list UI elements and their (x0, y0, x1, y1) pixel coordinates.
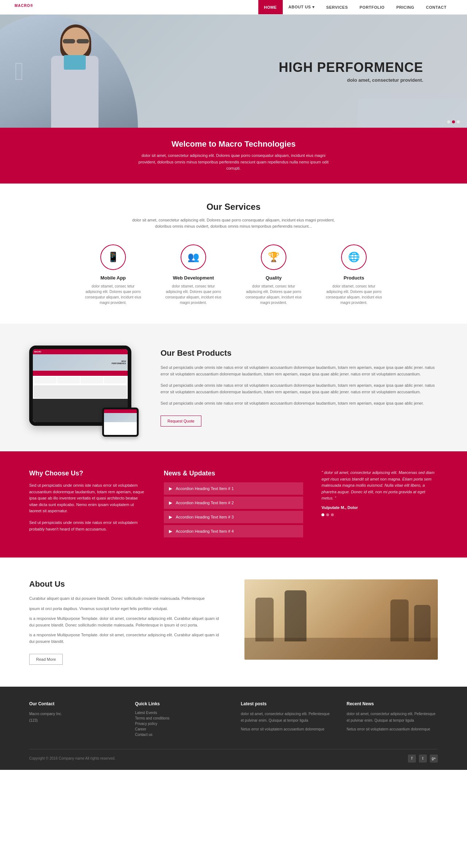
nav-pricing[interactable]: PRICING (390, 0, 420, 14)
tablet-hero: HIGHPERFORMENCE (33, 354, 128, 371)
footer-latest-title: Latest posts (241, 701, 332, 706)
small-tablet-body (104, 422, 137, 435)
accordion-arrow-1: ▶ (169, 486, 172, 491)
why-news-section: Why Choose Us? Sed ut perspiciatis unde … (0, 451, 467, 558)
twitter-icon[interactable]: t (419, 755, 427, 763)
service-products-title: Products (325, 275, 383, 281)
nav-about[interactable]: ABOUT US ▾ (283, 0, 321, 14)
service-web-dev: 👥 Web Development dolor sttamet, consec … (164, 244, 223, 305)
tablet-welcome (33, 371, 128, 376)
product-info: Our Best Products Sed ut perspiciatis un… (161, 348, 438, 427)
hero-title: HIGH PERFORMENCE (279, 60, 423, 75)
service-mobile-app-title: Mobile App (84, 275, 142, 281)
footer-link-terms[interactable]: Terms and conditions (135, 716, 226, 720)
accordion-item-2[interactable]: ▶ Accordion Heading Text Item # 2 (164, 497, 304, 509)
hero-dot-2[interactable] (452, 120, 455, 123)
footer-grid: Our Contact Macro company Inc. (123) Qui… (29, 701, 438, 738)
nav-contact[interactable]: CONTACT (420, 0, 452, 14)
footer-recent-col: Recent News dolor sit amet, consectetur … (347, 701, 438, 738)
footer-link-events[interactable]: Latest Events (135, 711, 226, 715)
about-title: About Us (29, 579, 223, 589)
tablet-logo: MACRO (34, 351, 41, 353)
why-para-1: Sed ut perspiciatis unde omnis iste natu… (29, 482, 146, 514)
tablet-product (34, 385, 127, 398)
footer-social: f t g+ (408, 755, 438, 763)
nav-home[interactable]: HOME (258, 0, 283, 14)
product-para-1: Sed ut perspiciatis unde omnis iste natu… (161, 364, 438, 377)
footer: Our Contact Macro company Inc. (123) Qui… (0, 687, 467, 770)
hero-dot-1[interactable] (447, 120, 450, 123)
hero-image-area:  (0, 15, 153, 128)
about-image-column (244, 579, 438, 660)
tablet-s4 (104, 377, 127, 383)
footer-recent-2: Netus error sit voluptatem accusantium d… (347, 726, 438, 733)
hero-dot-3[interactable] (457, 120, 460, 123)
service-quality-desc: dolor sttamet, consec tetur adipiscing e… (244, 283, 303, 305)
accordion-item-1[interactable]: ▶ Accordion Heading Text Item # 1 (164, 482, 304, 495)
footer-copyright: Copyright © 2016 Company name All rights… (29, 756, 115, 760)
site-logo: MACRO® (15, 3, 258, 12)
service-quality-title: Quality (244, 275, 303, 281)
about-text-column: About Us Curabitur aliquet quam id dui p… (29, 579, 223, 665)
read-more-button[interactable]: Read More (29, 654, 63, 665)
product-para-2: Sed ut perspiciatis unde omnis iste natu… (161, 382, 438, 395)
request-quote-button[interactable]: Request Quote (161, 416, 201, 427)
footer-bottom: Copyright © 2016 Company name All rights… (29, 749, 438, 763)
about-para-2: ipsum id orci porta dapibus. Vivamus sus… (29, 606, 223, 612)
footer-link-career[interactable]: Career (135, 727, 226, 731)
why-choose-column: Why Choose Us? Sed ut perspiciatis unde … (29, 470, 146, 537)
products-section: MACRO HIGHPERFORMENCE (0, 324, 467, 451)
accordion-item-4[interactable]: ▶ Accordion Heading Text Item # 4 (164, 525, 304, 537)
person-1 (255, 598, 274, 641)
footer-recent-title: Recent News (347, 701, 438, 706)
accordion-arrow-3: ▶ (169, 514, 172, 520)
about-para-4: is a responsive Multipurpose Template. d… (29, 632, 223, 645)
welcome-text: dolor sit amet, consectetur adipiscing e… (135, 153, 332, 172)
nav-portfolio[interactable]: PORTFOLIO (354, 0, 391, 14)
about-para-3: is a responsive Multipurpose Template. d… (29, 616, 223, 628)
service-mobile-app-desc: dolor sttamet, consec tetur adipiscing e… (84, 283, 142, 305)
hero-section:  HIGH PERFORMENCE dolo amet, consectetu… (0, 15, 467, 128)
person-4 (414, 605, 431, 641)
services-title: Our Services (29, 202, 438, 212)
t-dot-2[interactable] (326, 513, 329, 516)
about-para-1: Curabitur aliquet quam id dui posuere bl… (29, 595, 223, 602)
why-title: Why Choose Us? (29, 470, 146, 477)
footer-link-privacy[interactable]: Privacy policy (135, 722, 226, 726)
accordion-label-4: Accordion Heading Text Item # 4 (176, 529, 234, 533)
hero-dots (447, 120, 460, 123)
services-section: Our Services dolor sit amet, consectetur… (0, 184, 467, 324)
tablet-s3 (81, 377, 103, 383)
accordion-item-3[interactable]: ▶ Accordion Heading Text Item # 3 (164, 511, 304, 523)
product-title: Our Best Products (161, 348, 438, 358)
glasses-right (77, 39, 89, 43)
why-para-2: Sed ut perspiciatis unde omnis iste natu… (29, 520, 146, 532)
nav-services[interactable]: SERVICES (320, 0, 354, 14)
accordion-label-1: Accordion Heading Text Item # 1 (176, 486, 234, 491)
accordion-label-3: Accordion Heading Text Item # 3 (176, 515, 234, 519)
welcome-section: Welcome to Macro Technologies dolor sit … (0, 128, 467, 184)
t-dot-3[interactable] (331, 513, 334, 516)
services-subtitle: dolor sit amet, consectetur adipiscing e… (124, 217, 343, 230)
tablet-s1 (34, 377, 57, 383)
hero-text-block: HIGH PERFORMENCE dolo amet, consectetur … (279, 60, 423, 83)
service-web-dev-title: Web Development (164, 275, 223, 281)
facebook-icon[interactable]: f (408, 755, 416, 763)
person-2 (285, 590, 306, 641)
footer-quick-col: Quick Links Latest Events Terms and cond… (135, 701, 226, 738)
footer-link-contact[interactable]: Contact us (135, 733, 226, 737)
welcome-title: Welcome to Macro Technologies (7, 139, 460, 149)
footer-latest-col: Latest posts dolor sit amet, consectetur… (241, 701, 332, 738)
googleplus-icon[interactable]: g+ (430, 755, 438, 763)
products-icon: 🌐 (341, 244, 367, 270)
quality-icon: 🏆 (261, 244, 286, 270)
product-image-container: MACRO HIGHPERFORMENCE (29, 346, 139, 429)
apple-icon:  (15, 57, 24, 86)
person-3 (390, 599, 409, 641)
footer-phone: (123) (29, 717, 120, 724)
t-dot-1[interactable] (321, 513, 324, 516)
testimonial-column: " dolor sit amet, consectetur adipiscing… (321, 470, 438, 516)
tablet-mockup-wrapper: MACRO HIGHPERFORMENCE (29, 346, 135, 429)
hero-subtitle: dolo amet, consectetur provident. (279, 77, 423, 83)
mobile-app-icon: 📱 (100, 244, 126, 270)
